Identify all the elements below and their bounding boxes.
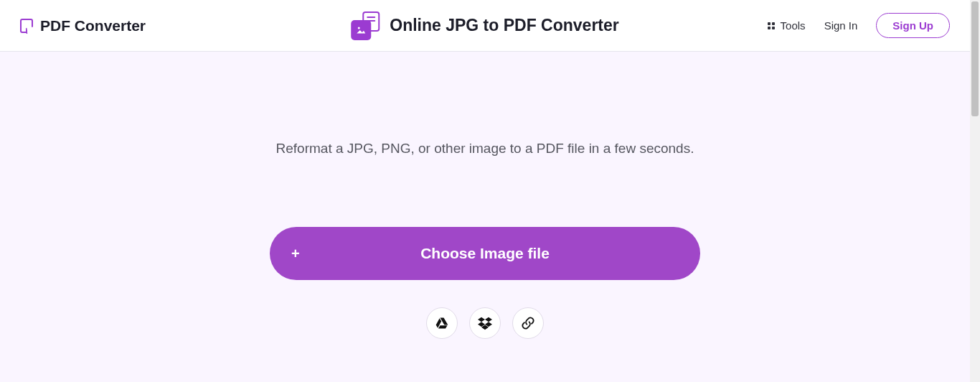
svg-point-0 [358,27,360,29]
choose-file-label: Choose Image file [420,245,550,262]
page-title-group: Online JPG to PDF Converter [351,11,619,40]
grid-icon [768,22,775,29]
tools-label: Tools [781,19,806,32]
google-drive-icon [435,316,449,330]
scrollbar-thumb[interactable] [971,1,979,116]
link-icon [521,316,535,330]
google-drive-button[interactable] [426,307,458,339]
site-logo[interactable]: PDF Converter [20,17,146,34]
main-area: Reformat a JPG, PNG, or other image to a… [0,52,970,382]
app-header: PDF Converter Online JPG to PDF Converte… [0,0,970,52]
upload-sources [426,307,544,339]
subtitle-text: Reformat a JPG, PNG, or other image to a… [276,141,694,157]
signin-link[interactable]: Sign In [824,19,858,32]
logo-text: PDF Converter [40,17,146,34]
signup-button[interactable]: Sign Up [876,13,950,38]
plus-icon: + [291,246,300,262]
image-to-pdf-icon [351,11,380,40]
tools-menu[interactable]: Tools [768,19,806,32]
choose-file-button[interactable]: + Choose Image file [270,227,700,280]
pdf-logo-icon [20,19,33,33]
vertical-scrollbar[interactable] [970,0,980,382]
url-link-button[interactable] [512,307,544,339]
page-title: Online JPG to PDF Converter [390,16,619,35]
dropbox-button[interactable] [469,307,501,339]
header-nav: Tools Sign In Sign Up [768,13,950,38]
dropbox-icon [478,316,492,330]
